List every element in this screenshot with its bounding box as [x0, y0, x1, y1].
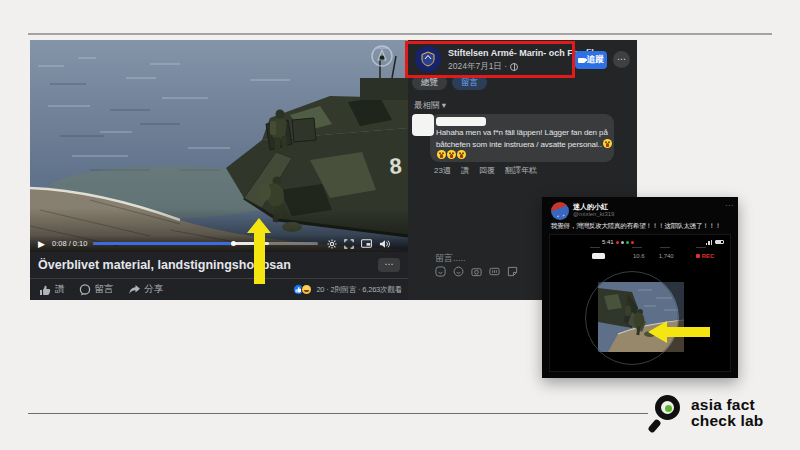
post-more-button[interactable]: ⋯: [613, 51, 630, 68]
frame-line-top: [28, 33, 772, 35]
tweet-handle: @mixien_kt319: [573, 211, 614, 217]
logo-line-2: check lab: [691, 413, 763, 430]
blurred-commenter-avatar[interactable]: [412, 114, 434, 136]
comment-line-2-text: båtchefen som inte instruera / avsatte p…: [436, 140, 602, 149]
camera-frame-count: 1,740: [659, 253, 674, 259]
annotation-arrow-up-body: [254, 232, 265, 284]
video-player[interactable]: 8: [30, 40, 408, 252]
video-control-bar: ▶ 0:08 / 0:10: [30, 235, 408, 252]
battery-icon: [715, 240, 724, 245]
rofl-emoji: [457, 150, 466, 159]
battery-level-icon: [592, 253, 605, 259]
share-arrow-icon: [128, 284, 141, 295]
thumbs-up-icon: [39, 284, 51, 296]
comment-translate-link[interactable]: 翻譯年糕: [505, 165, 537, 176]
status-dot-red2: [631, 241, 634, 244]
sticker-icon[interactable]: [507, 266, 518, 277]
camera-zoom-value: 10.6: [633, 253, 645, 259]
comment-bubble: Hahaha men va f*n fäll läppen! Lägger fa…: [430, 114, 614, 162]
video-column: 8: [30, 40, 408, 300]
frame-line-bottom: [28, 413, 648, 414]
comment-emoji-row: [436, 150, 608, 162]
status-dot-green: [626, 241, 629, 244]
composer-icon-row: [435, 266, 518, 277]
comment-bubble-icon: [79, 284, 91, 296]
video-progress-bar[interactable]: [93, 242, 318, 245]
tweet-more-button[interactable]: ⋯: [725, 201, 733, 210]
video-title-bar: Överblivet material, landstigningshoppsa…: [30, 252, 408, 278]
camera-status-bar: 5:41: [550, 238, 731, 246]
comment-reply-link[interactable]: 回覆: [479, 165, 495, 176]
share-button[interactable]: 分享: [128, 283, 164, 296]
video-follow-icon: [578, 58, 585, 63]
blurred-commenter-name: [436, 117, 486, 126]
comment-meta-row: 23週 讚 回覆 翻譯年糕: [434, 165, 537, 176]
reaction-badges: [293, 284, 312, 295]
comment-line-1: Hahaha men va f*n fäll läppen! Lägger fa…: [436, 128, 608, 139]
sweat-smile-emoji: [603, 139, 612, 148]
comment-label: 留言: [95, 283, 114, 296]
camera-time: 5:41: [602, 239, 614, 245]
rec-label: REC: [702, 253, 715, 259]
camera-recording-frame: 5:41 10.6 1,740 REC: [549, 234, 731, 372]
fullscreen-icon[interactable]: [344, 239, 354, 249]
highlight-box-red: [405, 41, 575, 78]
post-stats: 20 · 2則留言 · 6,263次觀看: [316, 285, 402, 295]
comment-composer-input[interactable]: 留言.....: [435, 252, 466, 265]
video-time: 0:08 / 0:10: [52, 239, 87, 248]
like-button[interactable]: 讚: [39, 283, 65, 296]
volume-icon[interactable]: [379, 239, 390, 249]
tweet-text: 我覺得，灣灣反攻大陸真的有希望！！！这部队太强了！！！: [551, 222, 733, 231]
comment-like-link[interactable]: 讚: [461, 165, 469, 176]
follow-label: 追蹤: [587, 54, 604, 66]
status-dot-red: [616, 241, 619, 244]
gif-icon[interactable]: [489, 266, 500, 277]
follow-button[interactable]: 追蹤: [575, 51, 607, 69]
play-icon[interactable]: ▶: [38, 239, 48, 249]
camera-control-row: 10.6 1,740 REC: [550, 250, 731, 262]
grin-emoji: [447, 150, 456, 159]
comment-line-2: båtchefen som inte instruera / avsatte p…: [436, 139, 608, 151]
rec-indicator: REC: [696, 253, 715, 259]
logo-text: asia fact check lab: [691, 397, 763, 430]
annotation-arrow-left: [648, 321, 667, 343]
tweet-avatar[interactable]: [551, 202, 569, 220]
sort-dropdown[interactable]: 最相關 ▾: [414, 100, 446, 112]
boat-number: 8: [389, 153, 403, 179]
asia-fact-check-lab-logo: asia fact check lab: [648, 393, 763, 433]
picture-in-picture-icon[interactable]: [361, 239, 372, 248]
like-label: 讚: [55, 283, 65, 296]
annotation-arrow-up: [247, 218, 271, 233]
magnifier-logo-icon: [648, 393, 684, 433]
tweet-screenshot-card: 迷人的小紅 @mixien_kt319 ⋯ 我覺得，灣灣反攻大陸真的有希望！！！…: [542, 197, 738, 378]
haha-reaction-icon: [301, 284, 312, 295]
rofl-emoji: [437, 150, 446, 159]
emoji-icon[interactable]: [453, 266, 464, 277]
avatar-sticker-icon[interactable]: [435, 266, 446, 277]
settings-gear-icon[interactable]: [327, 239, 337, 249]
vignette-ring: [585, 271, 679, 365]
status-dot-gray: [621, 241, 624, 244]
video-title: Överblivet material, landstigningshoppsa…: [38, 258, 291, 272]
comment-button[interactable]: 留言: [79, 283, 114, 296]
video-more-button[interactable]: ⋯: [378, 258, 400, 272]
signal-icon: [706, 240, 712, 245]
post-action-bar: 讚 留言 分享 20 · 2則: [30, 278, 408, 300]
landing-craft-scene: 8: [30, 40, 408, 252]
comment-age: 23週: [434, 165, 451, 176]
annotation-arrow-left-body: [666, 327, 710, 337]
camera-icon[interactable]: [471, 266, 482, 277]
logo-line-1: asia fact: [691, 397, 763, 414]
share-label: 分享: [145, 283, 164, 296]
